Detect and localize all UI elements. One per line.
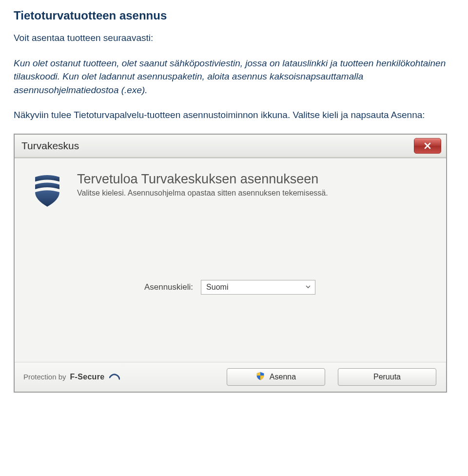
welcome-subtitle: Valitse kielesi. Asennusohjelma opastaa … bbox=[77, 189, 328, 198]
doc-heading: Tietoturvatuotteen asennus bbox=[14, 9, 454, 22]
cancel-button-label: Peruuta bbox=[373, 373, 401, 381]
shield-icon bbox=[28, 172, 66, 212]
titlebar: Turvakeskus bbox=[15, 135, 446, 158]
fsecure-brand: F-Secure bbox=[70, 373, 105, 381]
language-value: Suomi bbox=[206, 283, 228, 292]
doc-paragraph-1: Kun olet ostanut tuotteen, olet saanut s… bbox=[14, 57, 454, 97]
protection-prefix: Protection by bbox=[23, 373, 66, 381]
doc-subheading: Voit asentaa tuotteen seuraavasti: bbox=[14, 31, 454, 45]
welcome-title: Tervetuloa Turvakeskuksen asennukseen bbox=[77, 172, 328, 187]
protection-by: Protection by F-Secure bbox=[23, 372, 120, 381]
install-button-label: Asenna bbox=[270, 373, 296, 381]
language-select[interactable]: Suomi bbox=[201, 280, 315, 295]
window-title: Turvakeskus bbox=[21, 140, 79, 152]
installer-window: Turvakeskus bbox=[14, 134, 447, 393]
installer-body: Tervetuloa Turvakeskuksen asennukseen Va… bbox=[15, 159, 446, 362]
install-button[interactable]: Asenna bbox=[227, 368, 325, 386]
fsecure-logo-icon bbox=[109, 372, 120, 381]
close-icon bbox=[423, 141, 432, 150]
language-label: Asennuskieli: bbox=[144, 282, 193, 292]
close-button[interactable] bbox=[414, 138, 441, 154]
uac-shield-icon bbox=[256, 372, 265, 382]
chevron-down-icon bbox=[305, 283, 311, 292]
cancel-button[interactable]: Peruuta bbox=[338, 368, 436, 386]
doc-paragraph-2: Näkyviin tulee Tietoturvapalvelu-tuottee… bbox=[14, 108, 454, 122]
installer-footer: Protection by F-Secure bbox=[15, 362, 446, 392]
